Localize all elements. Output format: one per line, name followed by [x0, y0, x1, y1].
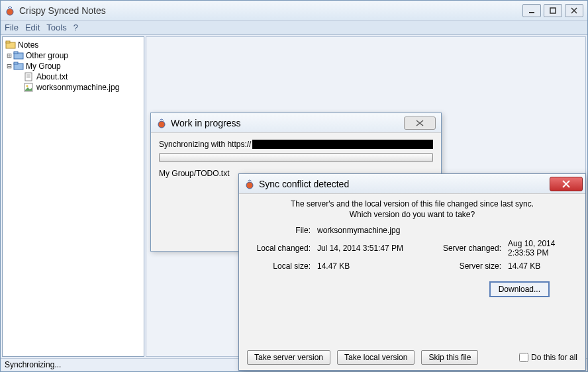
conflict-footer: Take server version Take local version S…	[239, 350, 585, 365]
server-changed-value: Aug 10, 2014 2:33:53 PM	[508, 239, 576, 257]
image-icon	[24, 83, 34, 92]
svg-point-14	[26, 85, 28, 87]
svg-point-16	[246, 182, 253, 189]
conflict-info-grid: File: worksonmymachine.jpg Local changed…	[248, 226, 576, 271]
menu-help[interactable]: ?	[74, 23, 78, 32]
java-icon	[156, 118, 167, 128]
redacted-url	[252, 140, 433, 149]
tree-item[interactable]: ⊞ Other group	[5, 50, 141, 61]
tree-item-label: My Group	[26, 62, 61, 71]
server-size-label: Server size:	[432, 261, 505, 271]
tree-item[interactable]: About.txt	[5, 71, 141, 82]
expander-icon[interactable]: ⊞	[5, 51, 13, 60]
take-local-button[interactable]: Take local version	[337, 350, 415, 365]
tree-item[interactable]: worksonmymachine.jpg	[5, 82, 141, 93]
progress-close-button[interactable]	[404, 116, 436, 130]
skip-file-button[interactable]: Skip this file	[421, 350, 478, 365]
svg-point-0	[7, 9, 13, 15]
file-value: worksonmymachine.jpg	[317, 226, 430, 235]
conflict-titlebar: Sync conflict detected	[239, 174, 585, 194]
sync-url-prefix: Synchronizing with https://	[159, 140, 251, 149]
tree-item[interactable]: ⊟ My Group	[5, 61, 141, 71]
progress-title: Work in progress	[171, 118, 241, 128]
menu-bar: File Edit Tools ?	[1, 21, 587, 35]
tree-root-label: Notes	[18, 40, 38, 50]
close-button[interactable]	[565, 4, 583, 17]
minimize-button[interactable]	[522, 4, 541, 17]
file-icon	[24, 72, 34, 81]
conflict-message-2: Which version do you want to take?	[248, 210, 576, 219]
svg-rect-8	[14, 62, 18, 64]
do-for-all-text: Do this for all	[531, 353, 577, 362]
do-for-all-checkbox[interactable]	[519, 353, 528, 362]
folder-icon	[5, 40, 16, 50]
svg-point-15	[158, 121, 165, 128]
local-size-label: Local size:	[248, 261, 315, 271]
status-text: Synchronizing...	[5, 360, 61, 369]
tree-root[interactable]: Notes	[5, 40, 141, 50]
take-server-button[interactable]: Take server version	[247, 350, 330, 365]
expander-icon[interactable]: ⊟	[5, 62, 13, 71]
do-for-all-label[interactable]: Do this for all	[519, 353, 577, 362]
svg-rect-6	[14, 52, 18, 54]
folder-icon	[13, 62, 24, 71]
tree-sidebar: Notes ⊞ Other group ⊟ My Group About.txt…	[2, 36, 144, 357]
progress-bar	[159, 153, 433, 162]
svg-rect-9	[25, 73, 32, 81]
menu-tools[interactable]: Tools	[46, 23, 66, 32]
java-icon	[5, 5, 15, 16]
conflict-close-button[interactable]	[550, 177, 583, 191]
menu-edit[interactable]: Edit	[25, 23, 40, 32]
file-label: File:	[248, 226, 315, 235]
conflict-title: Sync conflict detected	[259, 179, 349, 189]
conflict-dialog: Sync conflict detected The server's and …	[238, 173, 586, 371]
java-icon	[244, 179, 255, 189]
svg-rect-2	[550, 8, 556, 13]
local-changed-label: Local changed:	[248, 244, 315, 253]
local-changed-value: Jul 14, 2014 3:51:47 PM	[317, 244, 430, 253]
maximize-button[interactable]	[544, 4, 562, 17]
conflict-message-1: The server's and the local version of th…	[248, 199, 576, 209]
server-changed-label: Server changed:	[432, 244, 505, 253]
app-title: Crispy Synced Notes	[19, 5, 106, 16]
conflict-body: The server's and the local version of th…	[239, 194, 585, 302]
sync-url-line: Synchronizing with https://	[159, 140, 433, 149]
tree-item-label: worksonmymachine.jpg	[36, 83, 119, 92]
local-size-value: 14.47 KB	[317, 261, 430, 271]
tree-item-label: Other group	[26, 51, 68, 60]
tree-item-label: About.txt	[36, 72, 68, 81]
server-size-value: 14.47 KB	[508, 261, 576, 271]
progress-titlebar: Work in progress	[151, 113, 441, 133]
folder-icon	[13, 51, 24, 60]
download-button[interactable]: Download...	[489, 281, 550, 297]
main-titlebar: Crispy Synced Notes	[1, 1, 587, 21]
svg-rect-4	[6, 41, 10, 43]
menu-file[interactable]: File	[5, 23, 19, 32]
